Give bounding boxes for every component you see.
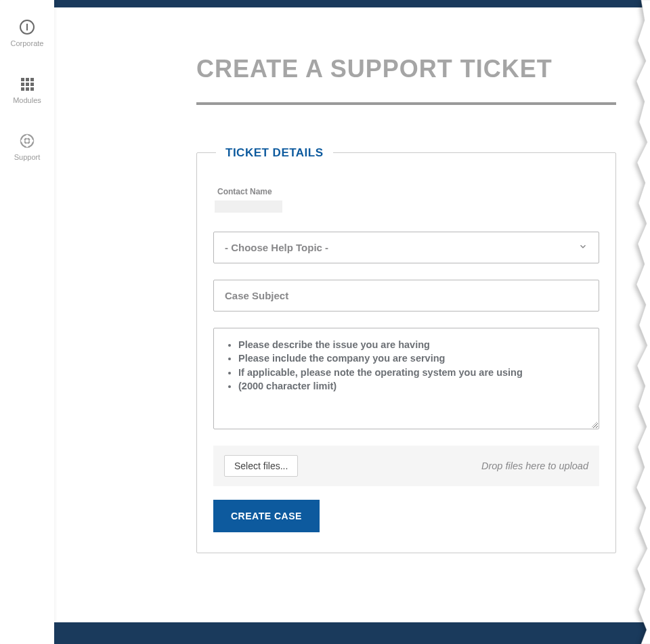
svg-line-9 bbox=[594, 425, 597, 427]
title-divider bbox=[196, 102, 616, 105]
modules-icon bbox=[19, 76, 35, 92]
file-upload-zone[interactable]: Select files... Drop files here to uploa… bbox=[213, 446, 599, 486]
contact-name-label: Contact Name bbox=[217, 187, 599, 196]
contact-name-value bbox=[215, 200, 282, 213]
svg-line-8 bbox=[592, 422, 597, 427]
ticket-details-fieldset: TICKET DETAILS Contact Name - Choose Hel… bbox=[196, 152, 616, 553]
fieldset-legend: TICKET DETAILS bbox=[216, 146, 333, 160]
sidebar-item-label: Support bbox=[14, 153, 41, 161]
case-subject-input[interactable] bbox=[213, 280, 599, 312]
drop-files-hint: Drop files here to upload bbox=[481, 460, 588, 471]
svg-rect-1 bbox=[26, 24, 28, 30]
description-bullet: Please describe the issue you are having bbox=[238, 338, 588, 351]
help-topic-placeholder: - Choose Help Topic - bbox=[225, 242, 328, 253]
sidebar-item-modules[interactable]: Modules bbox=[0, 76, 54, 104]
sidebar-item-corporate[interactable]: Corporate bbox=[0, 19, 54, 47]
chevron-down-icon bbox=[578, 242, 588, 253]
top-bar bbox=[54, 0, 650, 7]
sidebar: Corporate Modules Support bbox=[0, 0, 54, 644]
bottom-bar bbox=[54, 622, 650, 644]
select-files-button[interactable]: Select files... bbox=[224, 455, 298, 477]
help-topic-select[interactable]: - Choose Help Topic - bbox=[213, 232, 599, 263]
create-case-button[interactable]: CREATE CASE bbox=[213, 500, 320, 532]
sidebar-item-label: Modules bbox=[13, 96, 41, 104]
main-content: CREATE A SUPPORT TICKET TICKET DETAILS C… bbox=[54, 7, 650, 622]
sidebar-item-support[interactable]: Support bbox=[0, 133, 54, 161]
support-icon bbox=[19, 133, 35, 149]
description-bullet: If applicable, please note the operating… bbox=[238, 366, 588, 379]
description-bullet: Please include the company you are servi… bbox=[238, 351, 588, 365]
page-title: CREATE A SUPPORT TICKET bbox=[196, 55, 616, 83]
description-placeholder-list: Please describe the issue you are having… bbox=[225, 338, 588, 393]
svg-point-3 bbox=[24, 138, 29, 143]
corporate-icon bbox=[19, 19, 35, 35]
sidebar-item-label: Corporate bbox=[11, 39, 44, 47]
case-description-textarea[interactable]: Please describe the issue you are having… bbox=[213, 328, 599, 429]
description-bullet: (2000 character limit) bbox=[238, 379, 588, 393]
resize-handle-icon[interactable] bbox=[590, 421, 597, 427]
